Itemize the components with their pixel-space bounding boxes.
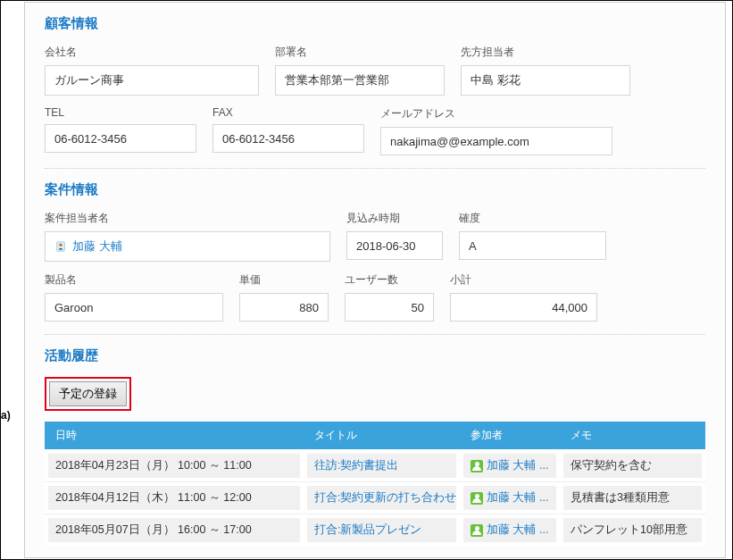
divider [45,334,705,335]
register-schedule-button[interactable]: 予定の登録 [49,381,127,406]
cell-title-link[interactable]: 打合:新製品プレゼン [314,522,421,538]
history-table: 日時 タイトル 参加者 メモ 2018年04月23日（月） 10:00 ～ 11… [45,422,705,546]
expect-value: 2018-06-30 [346,231,443,260]
dept-value: 営業本部第一営業部 [275,65,445,96]
participant-icon [471,492,483,505]
product-value: Garoon [45,293,223,322]
cell-memo: 保守契約を含む [563,454,702,478]
user-icon [54,240,67,253]
cell-memo: パンフレット10部用意 [563,518,702,542]
unitprice-label: 単価 [239,272,329,288]
detail-panel: 顧客情報 会社名 ガルーン商事 部署名 営業本部第一営業部 先方担当者 中島 彩… [24,2,726,558]
fax-label: FAX [212,106,364,119]
owner-label: 案件担当者名 [45,211,330,226]
cell-datetime: 2018年05月07日（月） 16:00 ～ 17:00 [48,518,300,542]
register-button-highlight: 予定の登録 [45,377,131,411]
cell-datetime: 2018年04月12日（木） 11:00 ～ 12:00 [48,486,300,510]
table-row: 2018年05月07日（月） 16:00 ～ 17:00 打合:新製品プレゼン … [45,514,705,547]
company-label: 会社名 [45,45,259,60]
svg-point-1 [59,244,62,247]
deal-section-title: 案件情報 [45,181,705,198]
col-datetime: 日時 [45,422,304,450]
participant-icon [471,460,483,472]
cell-participant-link[interactable]: 加藤 大輔 ... [487,522,548,538]
col-memo: メモ [560,422,705,450]
cell-datetime: 2018年04月23日（月） 10:00 ～ 11:00 [48,454,300,478]
users-value: 50 [345,293,434,322]
email-label: メールアドレス [380,106,612,121]
prob-value: A [459,231,606,260]
product-label: 製品名 [45,272,223,288]
table-row: 2018年04月12日（木） 11:00 ～ 12:00 打合:契約更新の打ち合… [45,482,705,514]
tel-label: TEL [45,106,196,119]
history-section-title: 活動履歴 [45,347,705,364]
participant-icon [471,524,483,537]
dept-label: 部署名 [275,45,445,60]
prob-label: 確度 [459,211,606,226]
email-value: nakajima@@example.com [380,127,612,155]
owner-link[interactable]: 加藤 大輔 [72,238,122,255]
tel-value: 06-6012-3456 [45,124,196,153]
contact-value: 中島 彩花 [461,65,630,96]
subtotal-value: 44,000 [450,293,597,322]
table-row: 2018年04月23日（月） 10:00 ～ 11:00 往訪:契約書提出 加藤… [45,450,705,482]
owner-value: 加藤 大輔 [45,231,330,262]
cell-title-link[interactable]: 往訪:契約書提出 [314,458,398,473]
unitprice-value: 880 [239,293,329,322]
users-label: ユーザー数 [345,272,434,288]
company-value: ガルーン商事 [45,65,259,96]
divider [45,168,705,169]
expect-label: 見込み時期 [346,211,443,226]
subtotal-label: 小計 [450,272,597,288]
col-title: タイトル [304,422,460,450]
cell-memo: 見積書は3種類用意 [563,486,702,510]
col-participant: 参加者 [460,422,560,450]
cell-title-link[interactable]: 打合:契約更新の打ち合わせ [314,490,456,506]
cell-participant-link[interactable]: 加藤 大輔 ... [487,490,548,506]
fax-value: 06-6012-3456 [212,124,364,153]
customer-section-title: 顧客情報 [45,15,705,32]
contact-label: 先方担当者 [461,45,630,60]
cell-participant-link[interactable]: 加藤 大輔 ... [487,458,548,473]
annotation-a: a) [1,409,11,422]
